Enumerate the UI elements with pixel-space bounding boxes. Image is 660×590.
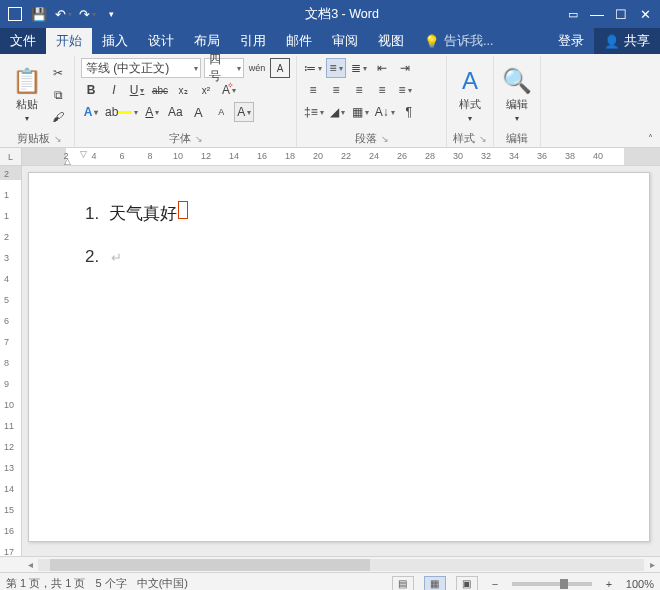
highlight-color-button[interactable]: ab [104,102,139,122]
clipboard-launcher-icon[interactable]: ↘ [54,134,62,144]
maximize-button[interactable]: ☐ [610,3,632,25]
zoom-in-button[interactable]: + [602,578,616,590]
qat-customize-icon[interactable]: ▾ [100,3,122,25]
page-scroll-area[interactable]: 1.天气真好2.↵ [22,166,660,556]
signin-link[interactable]: 登录 [548,28,594,54]
bullets-button[interactable]: ≔ [303,58,323,78]
bold-button[interactable]: B [81,80,101,100]
paragraph-launcher-icon[interactable]: ↘ [381,134,389,144]
font-group-label: 字体 [169,132,191,144]
numbering-button[interactable]: ≡ [326,58,346,78]
hruler-tick: 28 [425,151,435,161]
tab-design[interactable]: 设计 [138,28,184,54]
tab-view[interactable]: 视图 [368,28,414,54]
underline-button[interactable]: U [127,80,147,100]
editing-button[interactable]: 🔍 编辑 ▾ [500,67,534,123]
phonetic-guide-button[interactable]: wén [247,58,267,78]
doc-line[interactable]: 2.↵ [85,247,609,267]
cut-button[interactable]: ✂ [48,63,68,83]
font-color-button[interactable]: A [142,102,162,122]
zoom-knob[interactable] [560,579,568,589]
window-controls: ▭ — ☐ ✕ [562,3,656,25]
subscript-button[interactable]: x₂ [173,80,193,100]
increase-indent-button[interactable]: ⇥ [395,58,415,78]
collapse-ribbon-button[interactable]: ˄ [642,131,658,145]
font-launcher-icon[interactable]: ↘ [195,134,203,144]
borders-button[interactable]: ▦ [351,102,371,122]
tab-file[interactable]: 文件 [0,28,46,54]
copy-button[interactable]: ⧉ [48,85,68,105]
zoom-level[interactable]: 100% [626,578,654,590]
minimize-button[interactable]: — [586,3,608,25]
web-layout-button[interactable]: ▣ [456,576,478,591]
strikethrough-button[interactable]: abc [150,80,170,100]
vertical-ruler[interactable]: 211234567891011121314151617 [0,166,22,556]
line-text[interactable]: 天气真好 [109,202,177,225]
show-marks-button[interactable]: ¶ [399,102,419,122]
word-app-icon[interactable] [4,3,26,25]
tell-me[interactable]: 💡告诉我... [414,28,503,54]
styles-launcher-icon[interactable]: ↘ [479,134,487,144]
tab-insert[interactable]: 插入 [92,28,138,54]
first-line-indent-icon[interactable]: ▽ [80,149,87,159]
format-painter-button[interactable]: 🖌 [48,107,68,127]
char-shading-button[interactable]: Aa [165,102,185,122]
shading-button[interactable]: ◢ [328,102,348,122]
tab-mailings[interactable]: 邮件 [276,28,322,54]
status-page[interactable]: 第 1 页，共 1 页 [6,576,85,590]
undo-button[interactable]: ↶ [52,3,74,25]
align-center-button[interactable]: ≡ [326,80,346,100]
hruler-tick: 36 [537,151,547,161]
tab-home[interactable]: 开始 [46,28,92,54]
zoom-out-button[interactable]: − [488,578,502,590]
enclosed-char-button[interactable]: A [270,58,290,78]
redo-button[interactable]: ↷ [76,3,98,25]
scroll-track[interactable] [38,559,644,571]
zoom-slider[interactable] [512,582,592,586]
align-justify-button[interactable]: ≡ [372,80,392,100]
sort-button[interactable]: A↓ [374,102,396,122]
text-effects-button[interactable]: A [81,102,101,122]
hruler-tick: 30 [453,151,463,161]
clear-formatting-button[interactable]: A✧ [219,80,239,100]
scroll-right-button[interactable]: ▸ [644,559,660,570]
align-left-button[interactable]: ≡ [303,80,323,100]
doc-line[interactable]: 1.天气真好 [85,201,609,225]
tab-review[interactable]: 审阅 [322,28,368,54]
line-spacing-button[interactable]: ‡≡ [303,102,325,122]
insertion-cursor [178,201,188,219]
status-words[interactable]: 5 个字 [95,576,126,590]
multilevel-list-button[interactable]: ≣ [349,58,369,78]
print-layout-button[interactable]: ▦ [424,576,446,591]
hruler-tick: 22 [341,151,351,161]
save-icon[interactable]: 💾 [28,3,50,25]
font-family-select[interactable]: 等线 (中文正文) [81,58,201,78]
grow-font-button[interactable]: A [188,102,208,122]
scroll-left-button[interactable]: ◂ [22,559,38,570]
horizontal-scrollbar[interactable]: ◂ ▸ [0,556,660,572]
share-button[interactable]: 👤共享 [594,28,660,54]
align-distributed-button[interactable]: ≡ [395,80,415,100]
status-lang[interactable]: 中文(中国) [137,576,188,590]
styles-button[interactable]: A 样式 ▾ [453,67,487,123]
change-case-button[interactable]: A [234,102,254,122]
tab-references[interactable]: 引用 [230,28,276,54]
paste-label: 粘贴 [16,97,38,112]
ruler-corner[interactable]: L [0,148,22,165]
ribbon-options-icon[interactable]: ▭ [562,3,584,25]
align-right-button[interactable]: ≡ [349,80,369,100]
close-button[interactable]: ✕ [634,3,656,25]
find-icon: 🔍 [502,67,532,95]
page[interactable]: 1.天气真好2.↵ [28,172,650,542]
font-size-select[interactable]: 四号 [204,58,244,78]
vruler-tick: 3 [4,253,9,263]
hruler-track[interactable]: ▽ △ 246810121416182022242628303234363840 [22,148,660,165]
decrease-indent-button[interactable]: ⇤ [372,58,392,78]
italic-button[interactable]: I [104,80,124,100]
shrink-font-button[interactable]: A [211,102,231,122]
paste-button[interactable]: 📋 粘贴 ▾ [10,67,44,123]
scroll-thumb[interactable] [50,559,370,571]
hruler-tick: 34 [509,151,519,161]
styles-group-label: 样式 [453,132,475,144]
read-mode-button[interactable]: ▤ [392,576,414,591]
